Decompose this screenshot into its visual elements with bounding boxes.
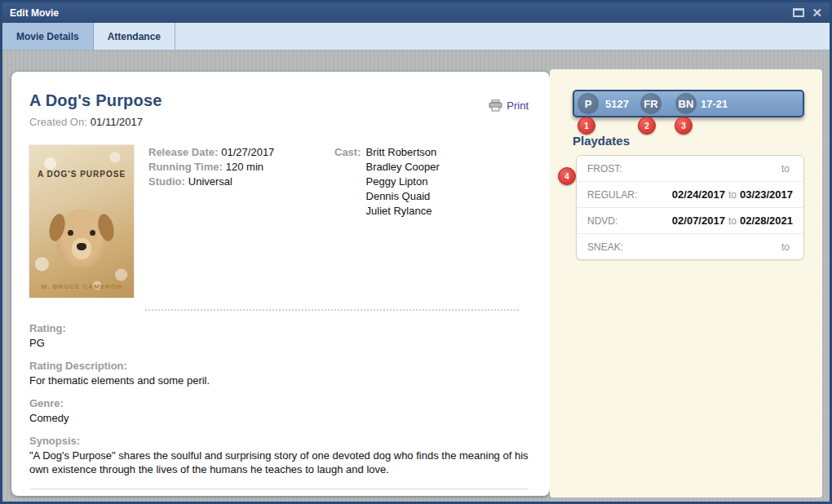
- tab-movie-details[interactable]: Movie Details: [2, 23, 94, 50]
- release-date-value: 01/27/2017: [221, 146, 274, 158]
- playdates-panel: FROST: to REGULAR: 02/24/2017to03/23/201…: [576, 155, 804, 260]
- annotation-marker-1: 1: [578, 117, 595, 135]
- cast-member: Juliet Rylance: [366, 204, 440, 219]
- movie-title: A Dog's Purpose: [29, 91, 162, 110]
- dotted-separator: [145, 309, 519, 311]
- cast-label: Cast:: [334, 145, 361, 298]
- playdate-to-word: to: [728, 215, 737, 227]
- playdate-from: 02/24/2017: [672, 188, 725, 201]
- playdate-dates: 02/07/2017to02/28/2021: [672, 214, 793, 227]
- playdate-dates: to: [778, 162, 793, 175]
- release-date-label: Release Date:: [148, 146, 218, 158]
- cast-member: Britt Robertson: [366, 145, 440, 160]
- genre-label: Genre:: [29, 396, 529, 410]
- cast-column: Cast: Britt Robertson Bradley Cooper Peg…: [334, 145, 440, 298]
- synopsis-value: "A Dog's Purpose" shares the soulful and…: [29, 449, 529, 476]
- rating-section: Rating: PG: [29, 321, 529, 350]
- running-time-value: 120 min: [226, 161, 263, 173]
- print-label: Print: [507, 99, 529, 112]
- synopsis-section: Synopsis: "A Dog's Purpose" shares the s…: [29, 434, 529, 476]
- playdate-dates: to: [778, 241, 793, 253]
- running-time-row: Running Time:120 min: [148, 160, 334, 175]
- card-header: A Dog's Purpose Created On:01/11/2017 Pr…: [29, 91, 529, 128]
- tab-attendance[interactable]: Attendance: [94, 23, 175, 50]
- movie-badge-bar: P 5127 FR BN 17-21: [573, 90, 804, 117]
- rating-value: PG: [29, 336, 529, 350]
- tab-bar: Movie Details Attendance: [2, 23, 830, 51]
- release-date-row: Release Date:01/27/2017: [148, 145, 334, 160]
- printer-icon: [489, 99, 502, 112]
- annotation-marker-4: 4: [558, 167, 576, 185]
- playdate-row-frost: FROST: to: [577, 156, 803, 182]
- playdate-to: 03/23/2017: [740, 188, 793, 201]
- playdate-to-word: to: [728, 189, 737, 201]
- booking-badge-circle: BN: [675, 93, 697, 114]
- playdate-dates: 02/24/2017to03/23/2017: [672, 188, 793, 201]
- movie-poster: A DOG'S PURPOSE W. BRUCE CAMERON: [29, 145, 134, 298]
- annotation-marker-2: 2: [638, 117, 656, 135]
- playdate-from: 02/07/2017: [672, 214, 725, 227]
- playdate-to: 02/28/2021: [740, 214, 793, 227]
- playdate-row-regular: REGULAR: 02/24/2017to03/23/2017: [577, 182, 803, 208]
- format-badge-circle: FR: [640, 93, 662, 114]
- dialog-title: Edit Movie: [10, 7, 59, 19]
- cast-names: Britt Robertson Bradley Cooper Peggy Lip…: [366, 145, 440, 298]
- movie-details-card: A Dog's Purpose Created On:01/11/2017 Pr…: [11, 72, 550, 496]
- playdate-row-sneak: SNEAK: to: [577, 234, 803, 259]
- running-time-label: Running Time:: [148, 161, 223, 173]
- poster-title-text: A DOG'S PURPOSE: [29, 170, 134, 179]
- studio-row: Studio:Universal: [148, 175, 334, 189]
- window-controls: ✕: [793, 7, 822, 19]
- studio-value: Universal: [188, 175, 232, 188]
- dialog-titlebar: Edit Movie ✕: [2, 2, 830, 23]
- meta-sections: Rating: PG Rating Description: For thema…: [29, 321, 529, 476]
- playdate-label: SNEAK:: [587, 241, 623, 253]
- created-on-line: Created On:01/11/2017: [29, 116, 162, 128]
- playdate-to-word: to: [781, 241, 790, 253]
- created-on-value: 01/11/2017: [91, 116, 143, 128]
- details-row: A DOG'S PURPOSE W. BRUCE CAMERON Release…: [29, 145, 529, 298]
- cast-member: Bradley Cooper: [366, 160, 440, 175]
- official-use-footer: For Official Use Only: [29, 489, 529, 496]
- synopsis-label: Synopsis:: [29, 434, 529, 448]
- rating-label: Rating:: [29, 321, 529, 335]
- dialog-content: A Dog's Purpose Created On:01/11/2017 Pr…: [2, 51, 830, 502]
- rating-description-value: For thematic elements and some peril.: [29, 374, 529, 387]
- annotation-marker-3: 3: [675, 117, 693, 135]
- movie-number-value: 5127: [605, 98, 629, 110]
- print-button[interactable]: Print: [489, 99, 529, 112]
- title-block: A Dog's Purpose Created On:01/11/2017: [29, 91, 162, 128]
- playdate-to-word: to: [781, 163, 790, 175]
- playdates-side-panel: P 5127 FR BN 17-21 1 2 3 4 Playdates FRO…: [550, 69, 822, 497]
- booking-range-value: 17-21: [701, 98, 728, 110]
- rating-description-label: Rating Description:: [29, 359, 529, 373]
- cast-member: Dennis Quaid: [366, 189, 440, 204]
- rating-badge-circle: P: [578, 93, 599, 114]
- poster-author-text: W. BRUCE CAMERON: [29, 283, 134, 290]
- playdates-heading: Playdates: [573, 134, 822, 148]
- created-on-label: Created On:: [29, 116, 87, 128]
- playdate-label: REGULAR:: [587, 189, 637, 201]
- release-info-column: Release Date:01/27/2017 Running Time:120…: [148, 145, 334, 298]
- dog-face-illustration: [56, 209, 107, 267]
- edit-movie-dialog: Edit Movie ✕ Movie Details Attendance A …: [0, 0, 832, 504]
- studio-label: Studio:: [148, 175, 185, 188]
- maximize-icon[interactable]: [793, 8, 804, 17]
- playdate-label: FROST:: [587, 163, 622, 175]
- genre-section: Genre: Comedy: [29, 396, 529, 425]
- playdate-label: NDVD:: [587, 215, 617, 227]
- cast-member: Peggy Lipton: [366, 175, 440, 189]
- rating-description-section: Rating Description: For thematic element…: [29, 359, 529, 387]
- genre-value: Comedy: [29, 411, 529, 425]
- playdate-row-ndvd: NDVD: 02/07/2017to02/28/2021: [577, 208, 803, 234]
- close-icon[interactable]: ✕: [812, 7, 822, 19]
